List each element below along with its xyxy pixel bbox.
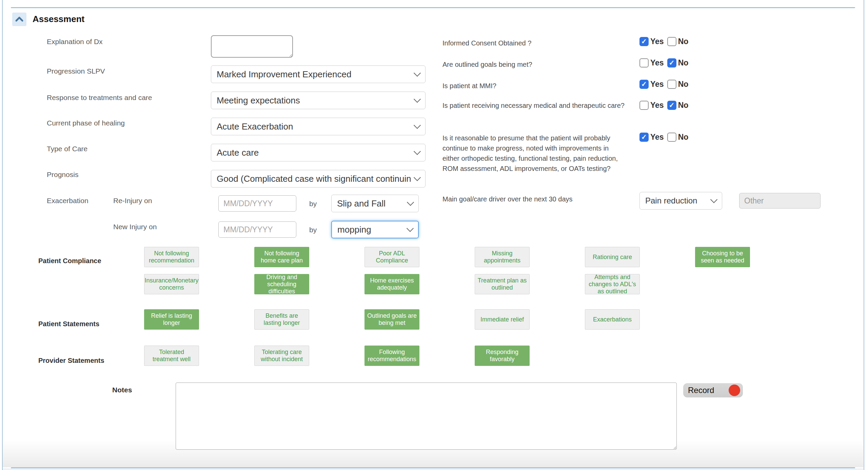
select-value: mopping (337, 224, 371, 235)
notes-label: Notes (112, 386, 132, 394)
progression-slpv-select[interactable]: Marked Improvement Experienced (211, 65, 426, 83)
no-checkbox[interactable] (667, 101, 676, 110)
yes-label: Yes (650, 80, 664, 89)
compliance-option[interactable]: Attempts and changes to ADL's as outline… (585, 274, 640, 294)
compliance-option[interactable]: Not following home care plan (254, 247, 309, 267)
no-checkbox[interactable] (667, 80, 676, 89)
compliance-option[interactable]: Missing appointments (475, 247, 530, 267)
continue-progress-yesno: Yes No (639, 132, 692, 142)
prognosis-select[interactable]: Good (Complicated case with significant … (211, 170, 426, 188)
provider-statement-option[interactable]: Responding favorably (475, 346, 530, 366)
compliance-option[interactable]: Not following recommendation (144, 247, 199, 267)
no-checkbox[interactable] (667, 133, 676, 142)
yes-checkbox[interactable] (639, 133, 649, 142)
new-injury-on-label: New Injury on (113, 223, 157, 231)
compliance-option[interactable]: Insurance/Monetary concerns (144, 274, 199, 294)
type-of-care-select[interactable]: Acute care (211, 144, 426, 161)
re-injury-cause-select[interactable]: Slip and Fall (331, 195, 419, 212)
provider-statement-option[interactable]: Tolerated treatment well (144, 346, 199, 366)
no-label: No (678, 37, 689, 46)
select-value: Marked Improvement Experienced (217, 69, 351, 80)
chevron-up-icon (15, 16, 24, 23)
current-phase-select[interactable]: Acute Exacerbation (211, 118, 426, 135)
no-label: No (678, 58, 689, 67)
yes-checkbox[interactable] (639, 80, 649, 89)
chevron-down-icon (414, 174, 421, 181)
current-phase-label: Current phase of healing (47, 119, 125, 127)
provider-statements-label: Provider Statements (38, 357, 104, 364)
no-checkbox[interactable] (667, 37, 676, 46)
compliance-option[interactable]: Choosing to be seen as needed (695, 247, 750, 267)
patient-statement-option[interactable]: Immediate relief (475, 309, 530, 330)
chevron-down-icon (414, 148, 421, 155)
provider-statement-option[interactable]: Following recommendations (364, 346, 419, 366)
compliance-option[interactable]: Poor ADL Compliance (364, 247, 419, 267)
informed-consent-yesno: Yes No (639, 36, 692, 46)
mmi-question: Is patient at MMI? (442, 81, 632, 91)
informed-consent-question: Informed Consent Obtained ? (442, 38, 632, 48)
exacerbation-label: Exacerbation (47, 197, 88, 204)
yes-label: Yes (650, 58, 664, 67)
yes-checkbox[interactable] (639, 101, 649, 110)
main-goal-select[interactable]: Pain reduction (639, 192, 722, 210)
provider-statement-option[interactable]: Tolerating care without incident (254, 346, 309, 366)
assessment-page: Assessment Explanation of Dx Progression… (0, 0, 868, 470)
notes-textarea[interactable] (176, 383, 677, 450)
new-injury-cause-select[interactable]: mopping (331, 221, 419, 238)
select-value: Slip and Fall (337, 198, 386, 209)
explanation-of-dx-label: Explanation of Dx (47, 38, 103, 45)
compliance-option[interactable]: Home exercises adequately (364, 274, 419, 294)
no-checkbox[interactable] (667, 58, 676, 67)
no-label: No (678, 133, 689, 142)
re-injury-on-label: Re-Injury on (113, 197, 152, 204)
collapse-section-button[interactable] (12, 13, 26, 26)
mmi-yesno: Yes No (639, 79, 692, 89)
goals-met-yesno: Yes No (639, 58, 692, 68)
continue-progress-question: Is it reasonable to presume that the pat… (442, 133, 627, 174)
patient-compliance-label: Patient Compliance (38, 257, 101, 265)
record-button-label: Record (688, 386, 714, 395)
chevron-down-icon (710, 196, 717, 203)
compliance-option[interactable]: Driving and scheduling difficulties (254, 274, 309, 294)
chevron-down-icon (407, 225, 414, 232)
chevron-down-icon (414, 70, 421, 77)
yes-label: Yes (650, 133, 664, 142)
patient-statement-option[interactable]: Benefits are lasting longer (254, 309, 309, 330)
new-injury-date-input[interactable] (218, 221, 296, 238)
explanation-of-dx-textarea[interactable] (211, 35, 293, 58)
yes-label: Yes (650, 37, 664, 46)
response-to-treatments-label: Response to treatments and care (47, 94, 152, 101)
panel-top-border (11, 7, 855, 8)
new-injury-by-label: by (309, 226, 317, 234)
record-dot-icon (729, 385, 740, 396)
select-value: Pain reduction (645, 196, 697, 205)
select-value: Acute Exacerbation (217, 121, 293, 132)
re-injury-date-input[interactable] (218, 195, 296, 212)
main-goal-other-input[interactable] (739, 193, 821, 209)
re-injury-by-label: by (309, 200, 317, 208)
chevron-down-icon (414, 122, 421, 129)
patient-statement-option[interactable]: Exacerbations (585, 309, 640, 330)
main-goal-label: Main goal/care driver over the next 30 d… (442, 194, 632, 204)
select-value: Good (Complicated case with significant … (217, 174, 411, 184)
patient-statement-option[interactable]: Relief is lasting longer (144, 309, 199, 330)
select-value: Meeting expectations (217, 95, 300, 106)
yes-checkbox[interactable] (639, 37, 649, 46)
response-to-treatments-select[interactable]: Meeting expectations (211, 92, 426, 109)
record-button[interactable]: Record (683, 383, 743, 397)
type-of-care-label: Type of Care (47, 145, 87, 153)
yes-label: Yes (650, 101, 664, 110)
panel-right-border (864, 0, 864, 470)
page-title: Assessment (33, 14, 84, 24)
necessary-care-question: Is patient receiving necessary medical a… (442, 100, 627, 111)
patient-statement-option[interactable]: Outlined goals are being met (364, 309, 419, 330)
yes-checkbox[interactable] (639, 58, 649, 67)
patient-statements-label: Patient Statements (38, 320, 99, 328)
prognosis-label: Prognosis (47, 171, 78, 178)
select-value: Acute care (217, 148, 259, 158)
no-label: No (678, 101, 689, 110)
compliance-option[interactable]: Rationing care (585, 247, 640, 267)
chevron-down-icon (414, 96, 421, 103)
compliance-option[interactable]: Treatment plan as outlined (475, 274, 530, 294)
goals-met-question: Are outlined goals being met? (442, 59, 632, 70)
